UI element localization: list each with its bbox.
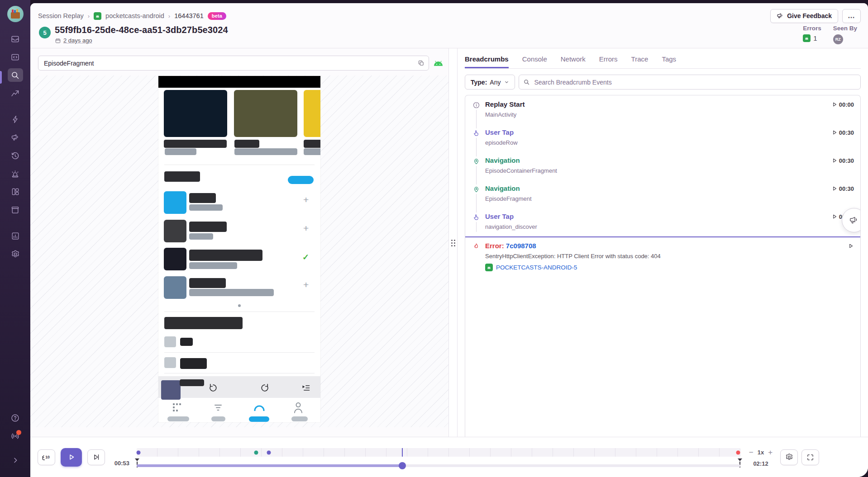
sidebar-item-alerts[interactable] (8, 167, 23, 180)
breadcrumb-session-replay[interactable]: Session Replay (38, 12, 84, 19)
breadcrumb-event-row[interactable]: User Tap navigation_discover 00:33 (465, 208, 860, 236)
sidebar-help[interactable] (8, 411, 23, 425)
profile-icon (292, 401, 304, 414)
sidebar-item-dashboards[interactable] (8, 185, 23, 198)
plus-icon: + (303, 195, 309, 204)
tab-breadcrumbs[interactable]: Breadcrumbs (465, 55, 509, 68)
errors-label: Errors (803, 25, 821, 32)
android-project-icon (485, 264, 493, 271)
chevron-right-icon (12, 457, 19, 464)
wireframe-card (304, 90, 320, 137)
chevron-down-icon (504, 80, 509, 85)
sidebar-item-insights[interactable] (8, 86, 23, 100)
playback-speed[interactable]: 1x (758, 449, 764, 456)
sidebar-item-projects[interactable] (8, 50, 23, 64)
sidebar-collapse[interactable] (8, 453, 23, 467)
tab-console[interactable]: Console (522, 55, 547, 68)
breadcrumb-event-row-error[interactable]: Error: 7c098708 SentryHttpClientExceptio… (465, 236, 860, 275)
breadcrumb-event-row[interactable]: User Tap episodeRow 00:30 (465, 124, 860, 152)
sidebar-item-explore[interactable] (8, 68, 23, 82)
sidebar-bottom (0, 411, 30, 477)
replay-controls-bar: 10 00:53 − 1x + (30, 437, 868, 477)
timeline[interactable] (137, 443, 740, 472)
event-timestamp[interactable]: 00:00 (831, 100, 854, 121)
session-number-badge: 5 (39, 27, 51, 38)
filter-icon (214, 404, 223, 411)
sidebar-item-replays[interactable] (8, 149, 23, 162)
fullscreen-button[interactable] (801, 449, 819, 465)
skip-to-end-button[interactable] (87, 449, 105, 465)
breadcrumb-event-row[interactable]: Replay Start MainActivity 00:00 (465, 96, 860, 124)
sidebar-item-settings[interactable] (8, 247, 23, 261)
tab-trace[interactable]: Trace (631, 55, 649, 68)
plus-icon: + (303, 280, 309, 289)
type-filter-dropdown[interactable]: Type: Any (465, 75, 515, 90)
session-time-ago[interactable]: 2 days ago (63, 37, 92, 44)
more-options-button[interactable]: … (842, 9, 861, 23)
error-id-link[interactable]: 7c098708 (506, 242, 536, 250)
event-timestamp[interactable]: 00:30 (831, 184, 854, 205)
podcasts-grid-icon (173, 403, 175, 405)
panel-resize-handle[interactable] (449, 48, 458, 437)
timeline-marker-error[interactable] (736, 450, 740, 454)
timeline-marker-tap[interactable] (267, 450, 271, 454)
sidebar-item-issues[interactable] (8, 32, 23, 46)
wireframe-status-bar (158, 76, 320, 88)
session-title-row: 5 55f9fb16-25de-48ce-aa51-3db27b5e3024 2… (38, 25, 861, 44)
timeline-event-strip[interactable] (137, 448, 740, 457)
sidebar (0, 0, 30, 477)
notification-dot (16, 430, 21, 435)
jump-back-button[interactable]: 10 (38, 449, 55, 465)
breadcrumb-project[interactable]: pocketcasts-android (105, 12, 164, 19)
play-button[interactable] (61, 448, 82, 467)
sidebar-item-releases[interactable] (8, 203, 23, 217)
breadcrumb-replay-id: 16443761 (174, 12, 204, 19)
replay-details-panel: Breadcrumbs Console Network Errors Trace… (458, 48, 868, 437)
timeline-zoom-in-button[interactable]: + (768, 449, 773, 456)
issues-icon (10, 34, 20, 44)
player-settings-button[interactable] (780, 449, 798, 465)
tab-tags[interactable]: Tags (662, 55, 676, 68)
breadcrumb-separator: › (168, 13, 170, 19)
projects-icon (10, 52, 20, 62)
timeline-marker-replay-start[interactable] (137, 450, 141, 454)
errors-count[interactable]: 1 (813, 34, 817, 42)
breadcrumb-event-row[interactable]: Navigation EpisodeFragment 00:30 (465, 180, 860, 208)
tab-errors[interactable]: Errors (599, 55, 618, 68)
check-icon: ✓ (302, 253, 309, 261)
dom-search-input[interactable] (38, 56, 429, 71)
timeline-playhead (402, 448, 403, 457)
event-timestamp[interactable]: 00:30 (831, 156, 854, 177)
event-timestamp[interactable] (848, 242, 854, 271)
event-timestamp[interactable]: 00:30 (831, 128, 854, 149)
sidebar-item-stats[interactable] (8, 229, 23, 243)
tab-network[interactable]: Network (561, 55, 586, 68)
replay-viewport[interactable]: + + ✓ + (30, 76, 448, 427)
timeline-progress-track[interactable] (137, 464, 740, 467)
timeline-marker-issue[interactable] (254, 450, 258, 454)
error-label: Error: (485, 242, 504, 250)
wireframe-card (164, 90, 227, 137)
copy-icon (418, 60, 424, 66)
fullscreen-icon (806, 453, 814, 461)
info-icon (472, 100, 481, 110)
sidebar-item-feedback[interactable] (8, 131, 23, 144)
play-outline-icon (831, 157, 838, 164)
sidebar-item-performance[interactable] (8, 113, 23, 126)
org-avatar[interactable] (7, 6, 24, 22)
issue-link[interactable]: POCKETCASTS-ANDROID-5 (496, 264, 577, 271)
timeline-zoom-out-button[interactable]: − (749, 449, 754, 456)
avatar[interactable]: RZ (833, 34, 843, 44)
wireframe-card (234, 90, 297, 137)
android-project-icon (94, 12, 101, 20)
give-feedback-button[interactable]: Give Feedback (770, 9, 838, 23)
timeline-scrubber-handle[interactable] (399, 462, 406, 469)
play-outline-icon (831, 213, 838, 220)
breadcrumb-search-input[interactable] (519, 75, 861, 90)
copy-button[interactable] (415, 57, 427, 69)
lightning-icon (11, 115, 20, 124)
breadcrumb-event-row[interactable]: Navigation EpisodeContainerFragment 00:3… (465, 152, 860, 180)
sidebar-whats-new[interactable] (8, 429, 23, 443)
page-title: 55f9fb16-25de-48ce-aa51-3db27b5e3024 (55, 25, 228, 35)
search-icon (523, 79, 530, 85)
